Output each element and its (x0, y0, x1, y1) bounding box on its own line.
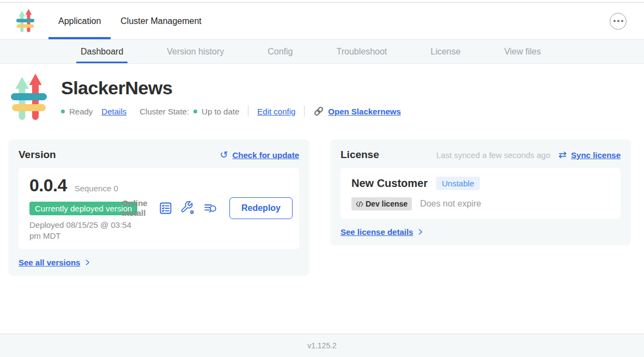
ellipsis-circle-icon[interactable] (610, 13, 627, 29)
admin-console-page: Application Cluster Management Dashboard… (0, 0, 644, 357)
customer-name: New Customer (351, 177, 428, 190)
cluster-state-value: Up to date (202, 107, 239, 116)
preflight-checks-icon[interactable] (159, 201, 173, 215)
details-link[interactable]: Details (101, 107, 126, 116)
edit-config-link[interactable]: Edit config (257, 107, 295, 116)
page-title: SlackerNews (61, 77, 401, 99)
version-card: Version ↺ Check for update 0.0.4 Sequenc… (8, 140, 309, 276)
version-number: 0.0.4 (29, 176, 67, 196)
app-status-text: Ready (69, 107, 93, 116)
top-tab-application[interactable]: Application (48, 3, 111, 39)
version-card-title: Version (19, 149, 56, 161)
dashboard-cards: Version ↺ Check for update 0.0.4 Sequenc… (8, 140, 631, 276)
tab-version-history[interactable]: Version history (162, 40, 228, 63)
deploy-logs-icon[interactable] (203, 201, 218, 215)
top-tab-cluster-management[interactable]: Cluster Management (111, 3, 211, 39)
cluster-state-dot-icon (193, 110, 197, 113)
tab-troubleshoot[interactable]: Troubleshoot (332, 40, 391, 63)
top-tab-application-label: Application (58, 16, 101, 26)
config-wrench-icon[interactable] (181, 201, 195, 215)
deployed-status-badge: Currently deployed version (29, 202, 137, 215)
tab-dashboard[interactable]: Dashboard (76, 40, 127, 63)
open-app-link[interactable]: Open Slackernews (313, 106, 400, 117)
top-nav: Application Cluster Management (0, 3, 644, 39)
license-expiry-text: Does not expire (420, 199, 481, 209)
sequence-label: Sequence 0 (75, 184, 118, 193)
divider (248, 106, 248, 117)
license-card-title: License (341, 149, 379, 161)
tab-license[interactable]: License (426, 40, 465, 63)
deployed-timestamp: Deployed 08/15/25 @ 03:54 pm MDT (29, 220, 141, 242)
tab-config[interactable]: Config (263, 40, 297, 63)
channel-badge: Unstable (436, 177, 480, 190)
license-card: License Last synced a few seconds ago ⇄ … (330, 140, 631, 245)
see-all-versions-link[interactable]: See all versions (19, 258, 299, 267)
version-actions: Online Install (122, 197, 293, 219)
last-synced-text: Last synced a few seconds ago (436, 150, 550, 160)
sub-nav: Dashboard Version history Config Trouble… (0, 39, 644, 64)
console-footer: v1.125.2 (0, 334, 644, 357)
install-type-label: Online Install (122, 198, 149, 218)
see-license-details-link[interactable]: See license details (341, 227, 621, 237)
app-status-dot-icon (61, 110, 65, 113)
sync-arrows-icon: ⇄ (558, 150, 567, 160)
check-for-update-link[interactable]: ↺ Check for update (220, 150, 299, 160)
chevron-right-icon (417, 228, 424, 235)
chevron-right-icon (84, 259, 91, 266)
console-version: v1.125.2 (307, 341, 337, 350)
divider (304, 106, 305, 117)
app-logo-icon (16, 9, 34, 34)
current-version-panel: 0.0.4 Sequence 0 Currently deployed vers… (19, 168, 299, 249)
license-type-badge: Dev license (351, 197, 412, 210)
redeploy-button[interactable]: Redeploy (229, 197, 293, 219)
tab-view-files[interactable]: View files (500, 40, 545, 63)
app-status-row: Ready Details Cluster State: Up to date … (61, 106, 401, 117)
app-hero: SlackerNews Ready Details Cluster State:… (0, 64, 644, 123)
chain-link-icon (313, 106, 324, 117)
sync-license-link[interactable]: ⇄ Sync license (558, 150, 621, 160)
app-logo-large-icon (11, 73, 47, 123)
cluster-state-label: Cluster State: (139, 107, 189, 116)
code-icon (356, 201, 363, 207)
license-panel: New Customer Unstable Dev license (341, 168, 621, 219)
top-tab-cluster-management-label: Cluster Management (120, 16, 202, 26)
refresh-icon: ↺ (220, 150, 228, 160)
